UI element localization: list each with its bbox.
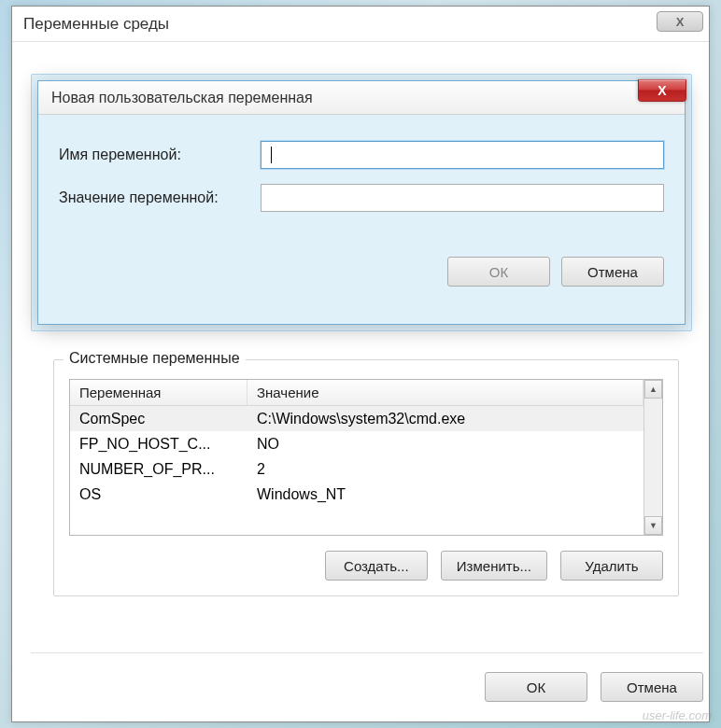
variable-value-input[interactable] bbox=[261, 184, 664, 212]
outer-titlebar: Переменные среды Х bbox=[12, 7, 709, 42]
variable-name-label: Имя переменной: bbox=[59, 147, 261, 163]
new-user-variable-dialog: Новая пользовательская переменная X Имя … bbox=[37, 80, 686, 325]
column-header-variable[interactable]: Переменная bbox=[70, 380, 247, 405]
system-group-footer: Создать... Изменить... Удалить bbox=[69, 551, 663, 581]
inner-close-button[interactable]: X bbox=[638, 79, 686, 102]
text-cursor bbox=[271, 147, 272, 163]
close-icon: X bbox=[657, 83, 666, 98]
main-cancel-button[interactable]: Отмена bbox=[601, 672, 703, 702]
outer-title: Переменные среды bbox=[23, 15, 169, 34]
cell-var: ComSpec bbox=[70, 409, 247, 429]
scroll-track[interactable] bbox=[644, 399, 662, 516]
scroll-down-button[interactable]: ▼ bbox=[644, 516, 662, 535]
system-variables-group: Системные переменные Переменная Значение… bbox=[53, 359, 679, 596]
system-group-label: Системные переменные bbox=[64, 350, 246, 367]
table-body: ComSpec C:\Windows\system32\cmd.exe FP_N… bbox=[70, 406, 643, 507]
watermark: user-life.com bbox=[643, 708, 712, 722]
variable-name-input[interactable] bbox=[261, 141, 664, 169]
table-row[interactable]: NUMBER_OF_PR... 2 bbox=[70, 456, 643, 482]
inner-title: Новая пользовательская переменная bbox=[51, 90, 313, 106]
variable-name-row: Имя переменной: bbox=[59, 141, 664, 169]
cell-val: NO bbox=[247, 434, 643, 455]
cell-var: OS bbox=[70, 484, 247, 505]
table-main: Переменная Значение ComSpec C:\Windows\s… bbox=[70, 380, 643, 535]
scroll-up-button[interactable]: ▲ bbox=[644, 380, 662, 399]
table-header: Переменная Значение bbox=[70, 380, 643, 406]
table-row[interactable]: FP_NO_HOST_C... NO bbox=[70, 431, 643, 456]
create-system-var-button[interactable]: Создать... bbox=[325, 551, 428, 581]
inner-body: Имя переменной: Значение переменной: bbox=[38, 115, 685, 244]
table-row[interactable]: OS Windows_NT bbox=[70, 482, 643, 507]
variable-value-label: Значение переменной: bbox=[59, 189, 261, 206]
inner-titlebar: Новая пользовательская переменная X bbox=[38, 81, 685, 115]
inner-dialog-footer: ОК Отмена bbox=[38, 244, 685, 287]
cell-var: FP_NO_HOST_C... bbox=[70, 434, 247, 455]
inner-ok-button[interactable]: ОК bbox=[447, 257, 550, 287]
cell-var: NUMBER_OF_PR... bbox=[70, 459, 247, 480]
table-row[interactable]: ComSpec C:\Windows\system32\cmd.exe bbox=[70, 406, 643, 431]
close-icon: Х bbox=[676, 15, 685, 29]
chevron-up-icon: ▲ bbox=[649, 385, 657, 394]
column-header-value[interactable]: Значение bbox=[247, 380, 643, 405]
system-variables-table: Переменная Значение ComSpec C:\Windows\s… bbox=[69, 379, 663, 536]
inner-cancel-button[interactable]: Отмена bbox=[561, 257, 664, 287]
outer-close-button[interactable]: Х bbox=[657, 11, 703, 32]
edit-system-var-button[interactable]: Изменить... bbox=[441, 551, 547, 581]
delete-system-var-button[interactable]: Удалить bbox=[560, 551, 663, 581]
scrollbar[interactable]: ▲ ▼ bbox=[643, 380, 662, 535]
cell-val: 2 bbox=[247, 459, 643, 480]
cell-val: Windows_NT bbox=[247, 484, 643, 505]
variable-value-row: Значение переменной: bbox=[59, 184, 664, 212]
cell-val: C:\Windows\system32\cmd.exe bbox=[247, 409, 643, 429]
chevron-down-icon: ▼ bbox=[649, 521, 657, 530]
main-ok-button[interactable]: ОК bbox=[485, 672, 587, 702]
main-footer: ОК Отмена bbox=[31, 652, 703, 702]
